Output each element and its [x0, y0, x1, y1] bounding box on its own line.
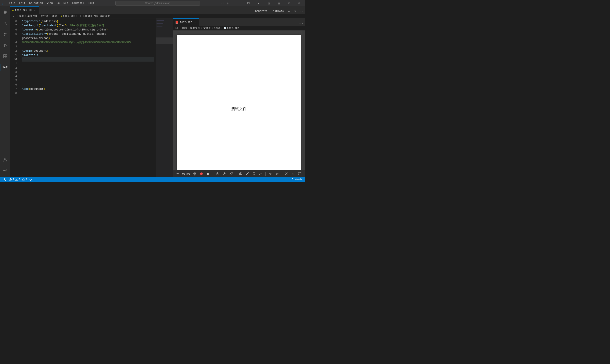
- svg-rect-26: [157, 26, 163, 26]
- pdf-pause-btn[interactable]: [206, 171, 211, 177]
- pdf-redo-btn[interactable]: [274, 171, 280, 177]
- svg-point-29: [177, 173, 178, 174]
- menu-view[interactable]: View: [45, 1, 54, 5]
- menu-go[interactable]: Go: [55, 1, 61, 5]
- pdf-download-btn[interactable]: [291, 171, 296, 177]
- code-line: \geometry{top=25mm,bottom=25mm,left=25mm…: [22, 28, 154, 32]
- svg-rect-21: [157, 21, 168, 21]
- tab-test-tex[interactable]: ◉ test.tex 1 ✕: [10, 6, 39, 14]
- maximize-button[interactable]: [244, 0, 253, 6]
- status-check[interactable]: [28, 178, 33, 181]
- error-count: 0: [13, 178, 14, 181]
- pdf-expand-btn[interactable]: [229, 171, 234, 177]
- sync-count: 0: [26, 178, 27, 181]
- svg-rect-3: [4, 12, 7, 12]
- breadcrumb-caption[interactable]: {} Table: Add caption: [78, 15, 110, 18]
- code-content: 8 7 6 5 4 3 2 1 36 1 2 3 4 5: [10, 18, 173, 177]
- pdf-more-actions[interactable]: ···: [297, 21, 305, 26]
- sidebar-item-git[interactable]: [0, 29, 10, 39]
- simulate-button[interactable]: Simulate: [270, 9, 285, 13]
- pdf-close-recording-btn[interactable]: [284, 171, 289, 177]
- menu-terminal[interactable]: Terminal: [70, 1, 86, 5]
- pdf-move-btn[interactable]: [192, 171, 197, 177]
- menu-file[interactable]: File: [8, 1, 17, 5]
- pdf-scrollbar[interactable]: [302, 30, 305, 170]
- svg-rect-24: [157, 24, 163, 24]
- account-icon[interactable]: [0, 155, 10, 165]
- layout-icon-4[interactable]: ⊞: [294, 0, 304, 6]
- svg-rect-31: [207, 173, 208, 175]
- status-remote[interactable]: [2, 178, 8, 181]
- pdf-tab-close[interactable]: ✕: [193, 21, 197, 24]
- breadcrumb-desktop[interactable]: 桌面: [19, 14, 24, 18]
- pdf-breadcrumb-organize[interactable]: 桌面整理: [190, 26, 200, 30]
- svg-point-8: [4, 33, 5, 34]
- breadcrumb-organize[interactable]: 桌面整理: [27, 14, 38, 18]
- run-action-icon[interactable]: ▶: [286, 9, 291, 14]
- pdf-breadcrumb-e[interactable]: E:: [175, 27, 178, 30]
- pdf-breadcrumb-test[interactable]: test: [214, 27, 220, 30]
- pdf-signature-btn[interactable]: [258, 171, 263, 177]
- pdf-settings-btn[interactable]: [175, 171, 180, 177]
- forward-arrow[interactable]: ▷: [226, 1, 231, 6]
- tab-test-pdf[interactable]: 📕 test.pdf ✕: [173, 18, 199, 26]
- sidebar-item-search[interactable]: [0, 18, 10, 28]
- tab-close-button[interactable]: ✕: [33, 9, 37, 12]
- svg-rect-33: [216, 173, 219, 175]
- code-line: [22, 45, 154, 49]
- svg-point-9: [4, 35, 5, 36]
- layout-icon-1[interactable]: ▤: [264, 0, 274, 6]
- layout-icon-2[interactable]: ▦: [274, 0, 284, 6]
- sidebar-item-extensions[interactable]: [0, 51, 10, 61]
- close-button[interactable]: ✕: [254, 0, 263, 6]
- breadcrumb-e[interactable]: E:: [13, 15, 16, 18]
- layout-icon-3[interactable]: ⊟: [284, 0, 294, 6]
- breadcrumb-folder[interactable]: 文件夹: [41, 14, 48, 18]
- pdf-breadcrumb-desktop[interactable]: 桌面: [182, 26, 187, 30]
- sidebar-item-tex[interactable]: TeX: [0, 62, 10, 72]
- pdf-toolbar-sep-3: [265, 172, 266, 176]
- pdf-content[interactable]: 测试文件: [173, 30, 305, 170]
- pdf-record-btn[interactable]: [199, 171, 204, 177]
- pdf-undo-btn[interactable]: [268, 171, 273, 177]
- pdf-tab-bar: 📕 test.pdf ✕ ···: [173, 18, 305, 26]
- settings-icon[interactable]: [0, 166, 10, 176]
- status-bar-left: 0 3 0: [2, 178, 33, 181]
- pdf-pen-btn[interactable]: [222, 171, 227, 177]
- split-editor-icon[interactable]: ⊡: [292, 9, 297, 14]
- code-line: \begin{document}: [22, 49, 154, 53]
- pdf-fullscreen-btn[interactable]: [297, 171, 302, 177]
- pdf-info-btn[interactable]: [238, 171, 243, 177]
- editors-split: 8 7 6 5 4 3 2 1 36 1 2 3 4 5: [10, 18, 305, 177]
- code-line: \setlength{\parindent}{2em} %2em代表首行缩进两个…: [22, 24, 154, 28]
- pdf-text-btn[interactable]: T: [251, 171, 257, 177]
- sidebar-item-explorer[interactable]: [0, 7, 10, 17]
- pdf-breadcrumb-folder[interactable]: 文件夹: [203, 26, 211, 30]
- breadcrumb-file[interactable]: test.tex: [63, 15, 75, 18]
- pdf-time: 00:00: [182, 172, 190, 175]
- status-words[interactable]: 6 Words: [291, 178, 303, 181]
- menu-help[interactable]: Help: [86, 1, 96, 5]
- menu-run[interactable]: Run: [62, 1, 70, 5]
- status-errors[interactable]: 0 3: [8, 178, 21, 181]
- code-lines[interactable]: \hypersetup{hidelinks} \setlength{\parin…: [20, 18, 156, 177]
- pdf-breadcrumb-file[interactable]: test.pdf: [227, 27, 239, 30]
- pdf-annotate-btn[interactable]: [245, 171, 250, 177]
- svg-point-18: [4, 170, 6, 171]
- menu-selection[interactable]: Selection: [27, 1, 45, 5]
- sidebar-item-run[interactable]: [0, 40, 10, 50]
- activity-bar-bottom: [0, 155, 10, 177]
- more-actions-icon[interactable]: ···: [298, 9, 303, 14]
- status-sync[interactable]: 0: [21, 178, 28, 181]
- search-input[interactable]: [115, 1, 200, 5]
- minimize-button[interactable]: [233, 0, 243, 6]
- menu-edit[interactable]: Edit: [18, 1, 27, 5]
- main-layout: TeX ◉ test.tex 1 ✕ Generate Simulate ▶: [0, 6, 305, 177]
- pdf-viewer: 📕 test.pdf ✕ ··· E: › 桌面 › 桌面整理 › 文件夹 ›: [173, 18, 305, 177]
- back-arrow[interactable]: ◁: [220, 1, 225, 6]
- svg-rect-22: [157, 22, 166, 22]
- pdf-screenshot-btn[interactable]: [215, 171, 220, 177]
- breadcrumb-test[interactable]: test: [52, 15, 58, 18]
- check-icon: [29, 178, 32, 181]
- generate-button[interactable]: Generate: [254, 9, 269, 13]
